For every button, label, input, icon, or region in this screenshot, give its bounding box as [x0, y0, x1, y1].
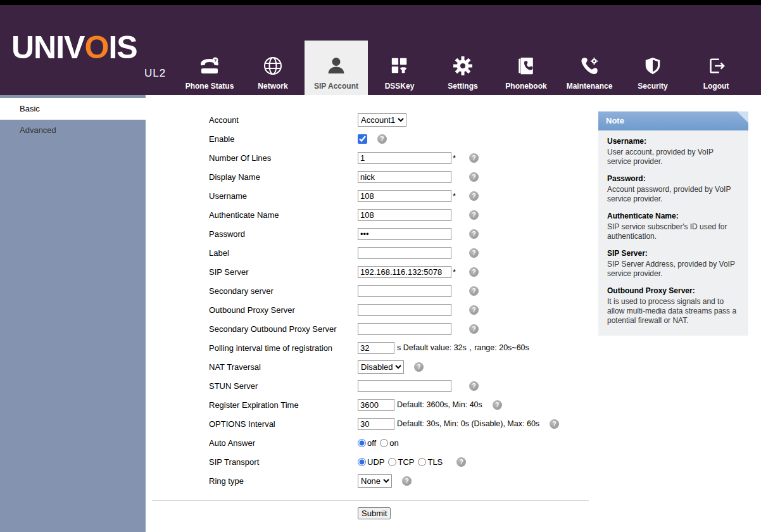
field-label: Enable: [209, 134, 358, 144]
tab-phonebook[interactable]: Phonebook: [494, 41, 558, 95]
sidebar-item-advanced[interactable]: Advanced: [0, 120, 146, 141]
radio-label: UDP: [367, 457, 384, 467]
ring-type-select[interactable]: None: [358, 474, 392, 488]
main-panel: Account Account1 Enable ? Number Of Line…: [146, 95, 761, 532]
sip-transport-tcp-radio[interactable]: [388, 458, 396, 466]
note-entry: Outbound Proxy Server: It is used to pro…: [607, 286, 739, 326]
field-label: Account: [209, 115, 358, 125]
username-input[interactable]: [358, 190, 451, 202]
note-entry-text: It is used to process signals and to all…: [607, 297, 739, 326]
display-name-input[interactable]: [358, 171, 451, 183]
tab-label: Phone Status: [186, 82, 234, 91]
sip-transport-tls-radio[interactable]: [418, 458, 426, 466]
field-label: Number Of Lines: [209, 153, 358, 163]
sip-transport-udp-radio[interactable]: [358, 458, 366, 466]
note-entry: Username: User account, provided by VoIP…: [607, 137, 739, 167]
nav-tabs: ? Phone Status Network SI: [178, 41, 748, 95]
help-icon[interactable]: ?: [469, 286, 479, 296]
outbound-proxy-input[interactable]: [358, 304, 451, 316]
tab-maintenance[interactable]: Maintenance: [558, 41, 621, 95]
auto-answer-off-radio[interactable]: [358, 439, 366, 447]
tab-label: Logout: [703, 82, 729, 91]
tab-label: Settings: [448, 82, 477, 91]
field-label: Auto Answer: [209, 438, 358, 448]
field-label: Outbound Proxy Server: [209, 305, 358, 315]
help-icon[interactable]: ?: [469, 229, 479, 239]
form-row-register-expiration: Register Expiration Time Default: 3600s,…: [146, 395, 761, 414]
tab-label: SIP Account: [314, 82, 358, 91]
help-icon[interactable]: ?: [414, 362, 424, 372]
authenticate-name-input[interactable]: [358, 209, 451, 221]
note-entry: SIP Server: SIP Server Address, provided…: [607, 249, 739, 279]
note-entry-heading: Authenticate Name:: [607, 212, 739, 221]
tab-phone-status[interactable]: ? Phone Status: [178, 41, 241, 95]
help-icon[interactable]: ?: [469, 153, 479, 163]
tab-logout[interactable]: Logout: [684, 41, 748, 95]
tab-security[interactable]: Security: [621, 41, 684, 95]
required-asterisk: *: [453, 267, 459, 277]
auto-answer-on-radio[interactable]: [380, 439, 388, 447]
note-entry-text: Account password, provided by VoIP servi…: [607, 185, 739, 204]
help-icon[interactable]: ?: [456, 457, 466, 467]
password-input[interactable]: [358, 228, 451, 240]
header: UNIVOIS UL2 ? Phone Status: [0, 5, 761, 95]
note-header: Note: [598, 111, 748, 130]
tab-sip-account[interactable]: SIP Account: [305, 41, 368, 95]
field-label: Polling interval time of registration: [209, 343, 358, 353]
help-icon[interactable]: ?: [402, 476, 412, 486]
number-of-lines-input[interactable]: [358, 152, 451, 164]
help-icon[interactable]: ?: [469, 191, 479, 201]
required-asterisk: *: [453, 191, 459, 201]
help-icon[interactable]: ?: [469, 267, 479, 277]
help-icon[interactable]: ?: [493, 400, 502, 410]
form-row-sip-transport: SIP Transport UDP TCP TLS ?: [146, 452, 761, 471]
enable-checkbox[interactable]: [358, 134, 367, 144]
submit-button[interactable]: Submit: [358, 507, 391, 519]
dsskey-icon: [390, 53, 409, 79]
stun-server-input[interactable]: [358, 380, 451, 392]
note-entry-text: SIP service subscriber's ID used for aut…: [607, 222, 739, 241]
help-icon[interactable]: ?: [469, 324, 479, 334]
field-label: STUN Server: [209, 381, 358, 391]
network-icon: [263, 53, 283, 79]
help-icon[interactable]: ?: [377, 134, 387, 144]
note-entry-heading: Password:: [607, 174, 739, 184]
help-icon[interactable]: ?: [550, 419, 559, 429]
radio-label: on: [389, 438, 398, 448]
phonebook-icon: [517, 53, 536, 79]
sip-server-input[interactable]: [358, 266, 451, 278]
secondary-server-input[interactable]: [358, 285, 451, 297]
sidebar-item-basic[interactable]: Basic: [0, 98, 146, 120]
tab-label: DSSKey: [385, 82, 415, 91]
field-label: Authenticate Name: [209, 210, 358, 220]
field-hint: Default: 30s, Min: 0s (Disable), Max: 60…: [397, 419, 539, 428]
form-row-nat-traversal: NAT Traversal Disabled ?: [146, 357, 761, 376]
polling-interval-input[interactable]: [358, 342, 394, 354]
label-input[interactable]: [358, 247, 451, 259]
nat-traversal-select[interactable]: Disabled: [358, 360, 404, 374]
sip-account-icon: [326, 53, 346, 79]
help-icon[interactable]: ?: [469, 210, 479, 220]
tab-network[interactable]: Network: [241, 41, 305, 95]
maintenance-icon: [580, 53, 599, 79]
secondary-outbound-proxy-input[interactable]: [358, 323, 451, 335]
tab-settings[interactable]: Settings: [431, 41, 494, 95]
help-icon[interactable]: ?: [469, 305, 479, 315]
options-interval-input[interactable]: [358, 418, 394, 430]
account-select[interactable]: Account1: [358, 113, 406, 127]
help-icon[interactable]: ?: [469, 248, 479, 258]
note-panel: Note Username: User account, provided by…: [598, 111, 748, 336]
logo-text: IS: [108, 30, 137, 65]
tab-label: Network: [258, 82, 287, 91]
register-expiration-input[interactable]: [358, 399, 394, 411]
note-entry-text: SIP Server Address, provided by VoIP ser…: [607, 260, 739, 279]
form-row-polling-interval: Polling interval time of registration s …: [146, 338, 761, 357]
tab-dsskey[interactable]: DSSKey: [368, 41, 431, 95]
logo-o: O: [84, 30, 108, 65]
help-icon[interactable]: ?: [469, 381, 479, 391]
note-entry-heading: Username:: [607, 137, 739, 146]
form-row-stun-server: STUN Server ?: [146, 376, 761, 395]
note-entry-text: User account, provided by VoIP service p…: [607, 148, 739, 167]
note-entry: Authenticate Name: SIP service subscribe…: [607, 212, 739, 241]
help-icon[interactable]: ?: [469, 172, 479, 182]
